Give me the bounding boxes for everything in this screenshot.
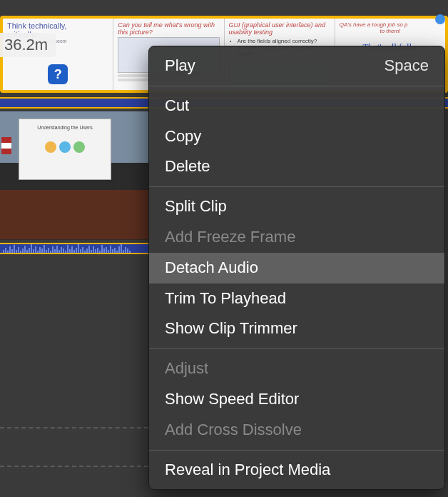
thumb-red-heading: Can you tell me what's wrong with this p… bbox=[118, 21, 219, 36]
audio-waveform-bar[interactable] bbox=[0, 243, 148, 254]
menu-item-label: Split Clip bbox=[165, 196, 227, 218]
menu-item-label: Delete bbox=[165, 156, 210, 178]
thumb-title: Think technically, bbox=[7, 21, 108, 30]
menu-item-label: Trim To Playhead bbox=[165, 288, 286, 310]
menu-item-delete[interactable]: Delete bbox=[149, 151, 444, 182]
projected-screen: Understanding the Users bbox=[19, 119, 111, 180]
menu-item-trim-to-playhead[interactable]: Trim To Playhead bbox=[149, 283, 444, 314]
clip-duration-badge: 36.2m bbox=[0, 33, 56, 57]
menu-item-label: Reveal in Project Media bbox=[165, 459, 330, 481]
menu-item-reveal-in-project-media[interactable]: Reveal in Project Media bbox=[149, 455, 444, 486]
menu-item-show-clip-trimmer[interactable]: Show Clip Trimmer bbox=[149, 313, 444, 344]
menu-item-add-cross-dissolve: Add Cross Dissolve bbox=[149, 415, 444, 446]
empty-track[interactable] bbox=[0, 427, 148, 428]
slide-title: Understanding the Users bbox=[19, 125, 111, 130]
menu-item-label: Show Speed Editor bbox=[165, 388, 299, 411]
empty-track[interactable] bbox=[0, 466, 148, 467]
slide-icon bbox=[59, 141, 71, 153]
menu-item-label: Detach Audio bbox=[165, 257, 258, 279]
menu-item-label: Cut bbox=[165, 95, 189, 117]
menu-item-add-freeze-frame: Add Freeze Frame bbox=[149, 222, 444, 253]
menu-item-cut[interactable]: Cut bbox=[149, 91, 444, 121]
question-mark-icon: ? bbox=[48, 64, 68, 84]
clip-marker-dot[interactable] bbox=[435, 14, 445, 24]
menu-item-label: Add Cross Dissolve bbox=[165, 419, 302, 441]
menu-item-adjust: Adjust bbox=[149, 353, 444, 384]
menu-item-label: Copy bbox=[165, 126, 201, 148]
menu-separator bbox=[149, 86, 444, 86]
menu-item-label: Adjust bbox=[165, 358, 208, 380]
video-clip-frame[interactable]: Understanding the Users bbox=[0, 111, 150, 240]
menu-separator bbox=[149, 348, 444, 349]
desk bbox=[0, 190, 150, 239]
menu-item-shortcut: Space bbox=[385, 55, 429, 77]
menu-item-label: Add Freeze Frame bbox=[165, 226, 295, 248]
clip-context-menu: PlaySpaceCutCopyDeleteSplit ClipAdd Free… bbox=[148, 46, 445, 490]
thumb-red-heading: GUI (graphical user interface) and usabi… bbox=[229, 21, 330, 36]
menu-item-copy[interactable]: Copy bbox=[149, 121, 444, 152]
thumb-note: QA's have a tough job so p bbox=[340, 21, 441, 28]
slide-icon bbox=[73, 141, 85, 153]
menu-separator bbox=[149, 186, 444, 187]
slide-icon bbox=[45, 141, 56, 153]
menu-item-label: Play bbox=[165, 55, 195, 77]
menu-item-play[interactable]: PlaySpace bbox=[149, 51, 444, 81]
menu-item-label: Show Clip Trimmer bbox=[165, 318, 297, 340]
flag-icon bbox=[1, 137, 11, 154]
thumb-note: to them! bbox=[340, 28, 441, 34]
menu-item-split-clip[interactable]: Split Clip bbox=[149, 191, 444, 222]
menu-item-show-speed-editor[interactable]: Show Speed Editor bbox=[149, 384, 444, 415]
menu-separator bbox=[149, 450, 444, 451]
menu-item-detach-audio[interactable]: Detach Audio bbox=[149, 253, 444, 283]
